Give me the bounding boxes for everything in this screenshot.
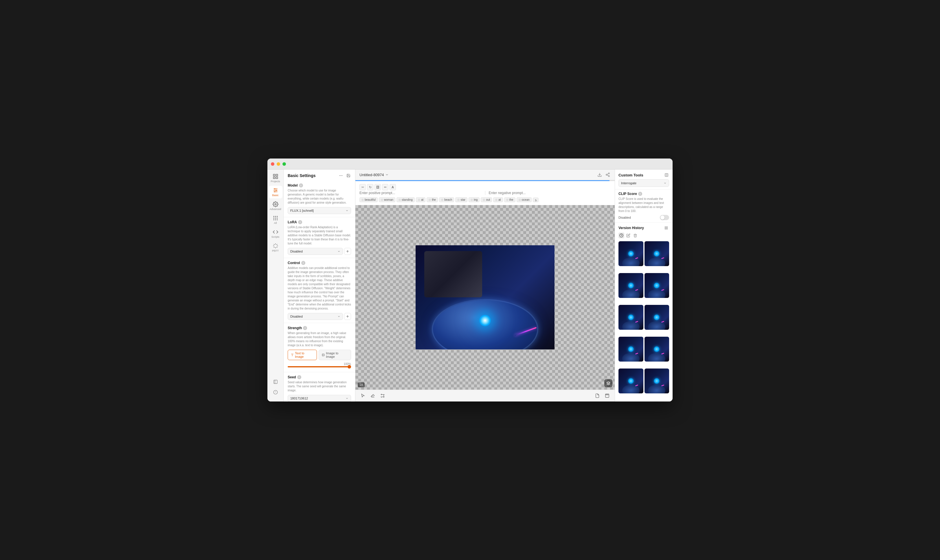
minimize-button[interactable] bbox=[277, 162, 280, 166]
download-button[interactable] bbox=[597, 172, 603, 178]
tag-dot bbox=[362, 199, 364, 201]
strength-info-icon[interactable]: i bbox=[303, 326, 307, 330]
canvas-tool-erase[interactable] bbox=[369, 392, 377, 400]
seed-input[interactable]: 1801710612 bbox=[288, 395, 351, 402]
thumbnail-10[interactable] bbox=[644, 369, 669, 393]
model-dropdown[interactable]: FLUX.1 [schnell] bbox=[288, 207, 351, 214]
control-add-button[interactable]: + bbox=[344, 313, 351, 320]
prompt-tool-A[interactable]: A bbox=[390, 184, 396, 190]
tag-out[interactable]: out bbox=[481, 197, 492, 202]
canvas-tool-select[interactable] bbox=[359, 392, 367, 400]
info-button[interactable] bbox=[271, 388, 280, 397]
tag-ing[interactable]: ing bbox=[468, 197, 479, 202]
tag-dot bbox=[495, 199, 498, 201]
maximize-button[interactable] bbox=[282, 162, 286, 166]
thumb-planet bbox=[622, 257, 640, 266]
tag-at2[interactable]: at bbox=[493, 197, 503, 202]
sidebar-item-scripts[interactable]: Scripts bbox=[268, 227, 282, 240]
left-panel: Basic Settings bbox=[284, 169, 355, 402]
lora-dropdown[interactable]: Disabled bbox=[288, 248, 343, 255]
expand-sidebar-button[interactable] bbox=[271, 377, 280, 386]
thumbnail-9[interactable] bbox=[618, 369, 643, 393]
thumbnail-5[interactable] bbox=[618, 305, 643, 330]
thumb-planet bbox=[622, 353, 640, 362]
thumbnail-1[interactable] bbox=[618, 241, 643, 266]
tag-beach[interactable]: beach bbox=[439, 197, 454, 202]
thumbnail-2[interactable] bbox=[644, 241, 669, 266]
prompt-tool-image[interactable]: 🖼 bbox=[374, 184, 381, 190]
share-button[interactable] bbox=[605, 172, 611, 178]
version-edit-btn[interactable] bbox=[626, 232, 631, 238]
interrogate-dropdown[interactable]: Interrogate bbox=[618, 179, 669, 187]
canvas-tool-document[interactable] bbox=[593, 392, 601, 400]
svg-marker-40 bbox=[607, 382, 610, 383]
tag-at[interactable]: at bbox=[416, 197, 425, 202]
seed-info-icon[interactable]: i bbox=[297, 375, 301, 379]
sidebar-item-peft[interactable]: PEFT bbox=[268, 241, 282, 254]
panel-menu-button[interactable] bbox=[338, 173, 344, 178]
tag-dot bbox=[441, 199, 443, 201]
sidebar-item-projects[interactable]: Projects bbox=[268, 172, 282, 185]
nav-label-basic: Basic bbox=[272, 194, 278, 197]
svg-point-14 bbox=[273, 218, 274, 218]
sidebar-item-all[interactable]: All bbox=[268, 214, 282, 226]
strength-slider-fill bbox=[288, 366, 351, 367]
sidebar-item-basic[interactable]: Basic bbox=[268, 186, 282, 198]
model-selected: FLUX.1 [schnell] bbox=[290, 209, 314, 212]
control-section: Control i Additive models can provide ad… bbox=[284, 258, 355, 323]
canvas-tools-right bbox=[593, 392, 611, 400]
thumbnail-3[interactable] bbox=[618, 273, 643, 298]
prompt-tool-crop[interactable]: ✂ bbox=[359, 184, 366, 190]
control-info-icon[interactable]: i bbox=[301, 261, 305, 265]
tag-star[interactable]: star bbox=[455, 197, 467, 202]
tag-settings[interactable] bbox=[533, 198, 539, 202]
thumbnail-7[interactable] bbox=[618, 337, 643, 362]
clip-score-info-icon[interactable]: i bbox=[638, 192, 642, 196]
lora-info-icon[interactable]: i bbox=[298, 220, 302, 224]
positive-prompt-input[interactable] bbox=[359, 191, 482, 195]
tags-row: beautiful woman standing at bbox=[359, 197, 611, 202]
version-header: Version History bbox=[618, 225, 669, 231]
canvas-tool-crop[interactable] bbox=[379, 392, 387, 400]
version-grid-button[interactable] bbox=[663, 225, 669, 231]
canvas-tool-image-save[interactable] bbox=[603, 392, 611, 400]
version-trash-btn[interactable] bbox=[632, 232, 638, 238]
text-to-image-button[interactable]: Text to Image bbox=[288, 350, 317, 360]
trash-icon bbox=[633, 234, 637, 237]
svg-point-11 bbox=[273, 216, 274, 217]
expand-panel-button[interactable] bbox=[664, 172, 669, 178]
tag-standing[interactable]: standing bbox=[396, 197, 415, 202]
panel-save-button[interactable] bbox=[346, 173, 351, 178]
version-history-btn[interactable] bbox=[618, 232, 624, 238]
space-scene bbox=[416, 245, 555, 349]
model-info-icon[interactable]: i bbox=[299, 183, 303, 188]
strength-slider[interactable]: 100% bbox=[288, 362, 351, 367]
tag-beautiful[interactable]: beautiful bbox=[359, 197, 378, 202]
thumbnail-4[interactable] bbox=[644, 273, 669, 298]
tag-label: beach bbox=[444, 198, 452, 202]
prompt-tool-edit[interactable]: ✏ bbox=[382, 184, 388, 190]
tag-ocean[interactable]: ocean bbox=[516, 197, 532, 202]
document-title[interactable]: Untitled-80974 bbox=[359, 173, 389, 177]
canvas-area[interactable]: 1X bbox=[355, 205, 615, 390]
tag-woman[interactable]: woman bbox=[379, 197, 395, 202]
negative-prompt-input[interactable] bbox=[489, 191, 611, 195]
clip-score-toggle-row: Disabled bbox=[618, 215, 669, 220]
clip-score-toggle[interactable] bbox=[660, 215, 669, 220]
image-to-image-button[interactable]: Image to Image bbox=[319, 350, 351, 360]
tag-the2[interactable]: the bbox=[504, 197, 515, 202]
strength-slider-thumb[interactable] bbox=[348, 365, 351, 369]
tag-the[interactable]: the bbox=[427, 197, 438, 202]
svg-point-13 bbox=[277, 216, 277, 217]
thumbnail-6[interactable] bbox=[644, 305, 669, 330]
thumbnail-8[interactable] bbox=[644, 337, 669, 362]
layers-button[interactable] bbox=[604, 379, 612, 387]
control-dropdown[interactable]: Disabled bbox=[288, 313, 343, 320]
sidebar-item-advanced[interactable]: Advanced bbox=[268, 200, 282, 212]
tag-label: the bbox=[432, 198, 436, 202]
lora-add-button[interactable]: + bbox=[344, 248, 351, 255]
tag-dot bbox=[483, 199, 485, 201]
close-button[interactable] bbox=[271, 162, 274, 166]
prompt-tool-refresh[interactable]: ↻ bbox=[367, 184, 373, 190]
dots-icon bbox=[339, 174, 343, 178]
